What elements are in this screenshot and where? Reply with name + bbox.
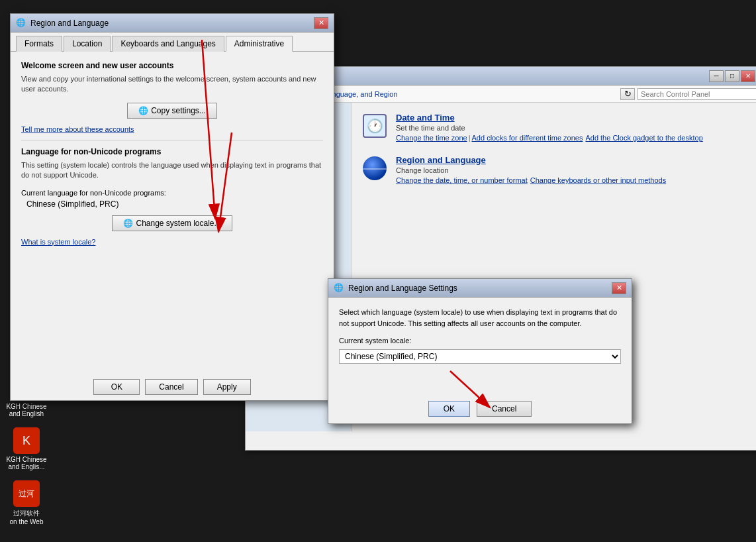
desktop-icon-2[interactable]: K KGH Chineseand Englis... [3,427,50,470]
date-time-section: 🕐 Date and Time Set the time and date Ch… [361,113,751,142]
app-icon-2: K [13,427,40,454]
section1-title: Welcome screen and new user accounts [21,61,323,70]
region-language-info: Region and Language Change location Chan… [396,155,666,184]
locale-select-label: Current system locale: [339,335,621,347]
desktop-icon-3[interactable]: 过河 过河软件on the Web [3,480,50,525]
region-language-desc: Change location [396,166,666,174]
section2-title: Language for non-Unicode programs [21,147,323,156]
apply-button[interactable]: Apply [203,379,251,395]
locale-desc: Select which language (system locale) to… [339,307,621,329]
system-locale-link[interactable]: What is system locale? [21,238,95,246]
region-language-section: Region and Language Change location Chan… [361,155,751,184]
maximize-button[interactable]: □ [725,70,739,82]
date-time-info: Date and Time Set the time and date Chan… [396,113,703,142]
region-icon [361,155,388,182]
locale-dialog-footer: OK Cancel [328,401,632,417]
tab-formats[interactable]: Formats [16,36,62,52]
link-date-format[interactable]: Change the date, time, or number format [396,176,528,184]
section2-desc: This setting (system locale) controls th… [21,160,323,181]
link-clock-gadget[interactable]: Add the Clock gadget to the desktop [585,134,702,142]
tab-location[interactable]: Location [64,36,111,52]
locale-ok-button[interactable]: OK [428,401,470,417]
link-change-timezone[interactable]: Change the time zone [396,134,467,142]
date-time-icon: 🕐 [361,113,388,139]
locale-dialog-close[interactable]: ✕ [612,282,626,294]
desktop: K KGH Chineseand English K KGH Chinesean… [0,0,756,542]
desktop-icon-label-2: KGH Chineseand Englis... [6,456,46,470]
dialog-region-titlebar: 🌐 Region and Language ✕ [11,14,334,32]
refresh-button[interactable]: ↻ [620,88,635,100]
app-icon-3: 过河 [13,480,40,507]
system-locale-link-row: What is system locale? [21,238,323,246]
globe-icon [363,156,387,180]
dialog-title: Region and Language [30,19,314,28]
tell-me-row: Tell me more about these accounts [21,125,323,133]
locale-dialog-body: Select which language (system locale) to… [328,298,632,373]
region-language-title[interactable]: Region and Language [396,155,666,165]
tab-keyboards[interactable]: Keyboards and Languages [112,36,224,52]
locale-select-area: Current system locale: Chinese (Simplifi… [339,335,621,364]
dialog-footer: OK Cancel Apply [11,379,334,395]
dialog-locale: 🌐 Region and Language Settings ✕ Select … [328,278,632,424]
region-language-links: Change the date, time, or number format … [396,176,666,184]
current-lang-value: Chinese (Simplified, PRC) [26,199,323,209]
link-keyboards[interactable]: Change keyboards or other input methods [530,176,666,184]
change-locale-icon: 🌐 [123,219,133,228]
dialog-close-button[interactable]: ✕ [314,17,328,29]
dialog-body: Welcome screen and new user accounts Vie… [11,52,334,262]
desktop-icon-label-3: 过河软件on the Web [10,509,44,525]
search-input[interactable] [638,88,756,100]
desktop-icon-label-1: KGH Chineseand English [6,403,46,417]
dialog-icon: 🌐 [16,18,26,28]
locale-dialog-titlebar: 🌐 Region and Language Settings ✕ [328,279,632,298]
locale-cancel-button[interactable]: Cancel [477,401,532,417]
date-time-links: Change the time zone | Add clocks for di… [396,134,703,142]
copy-settings-row: 🌐 Copy settings... [21,103,323,119]
link-add-clocks[interactable]: Add clocks for different time zones [472,134,583,142]
ok-button[interactable]: OK [93,379,140,395]
tell-me-link[interactable]: Tell me more about these accounts [21,125,134,133]
dialog-region: 🌐 Region and Language ✕ Formats Location… [10,13,334,401]
change-locale-button[interactable]: 🌐 Change system locale... [112,215,232,231]
current-lang-label: Current language for non-Unicode program… [21,189,323,197]
tab-bar: Formats Location Keyboards and Languages… [11,32,334,52]
cp-window-controls: ─ □ ✕ [709,70,755,82]
locale-dialog-icon: 🌐 [334,283,344,294]
date-time-title[interactable]: Date and Time [396,113,703,123]
locale-select-dropdown[interactable]: Chinese (Simplified, PRC) [339,349,621,364]
copy-settings-button[interactable]: 🌐 Copy settings... [127,103,217,119]
clock-icon: 🕐 [363,114,387,138]
divider [21,140,323,140]
close-button[interactable]: ✕ [741,70,755,82]
locale-dialog-title: Region and Language Settings [348,284,612,293]
minimize-button[interactable]: ─ [709,70,724,82]
change-locale-row: 🌐 Change system locale... [21,215,323,231]
copy-settings-icon: 🌐 [138,106,148,115]
cancel-button[interactable]: Cancel [145,379,197,395]
tab-administrative[interactable]: Administrative [226,36,293,52]
date-time-desc: Set the time and date [396,124,703,132]
section1-desc: View and copy your international setting… [21,74,323,95]
